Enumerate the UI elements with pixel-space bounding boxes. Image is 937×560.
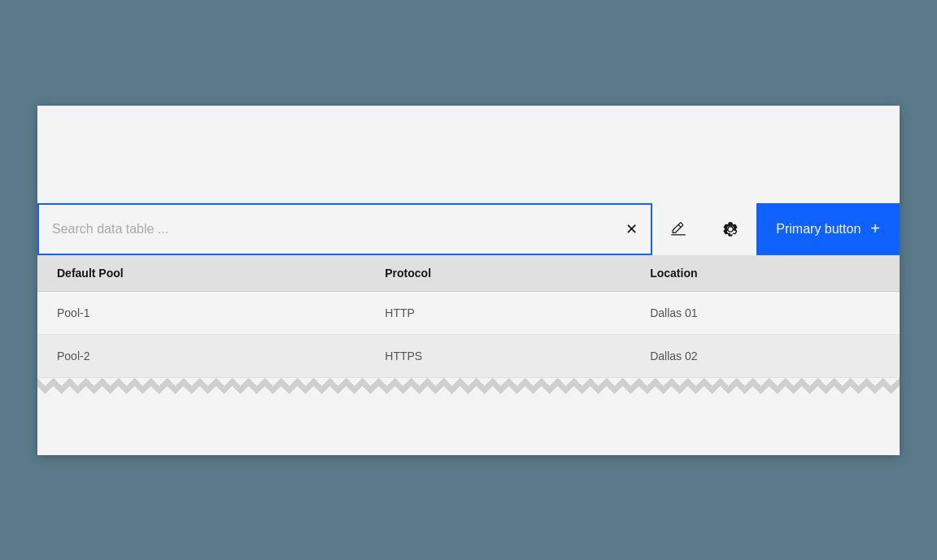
data-table: Default Pool Protocol Location Pool-1 HT… [37,255,900,378]
cell-location-2: Dallas 02 [630,334,900,377]
page-background: ✕ Primary button + Default Pool [0,0,937,560]
main-card: ✕ Primary button + Default Pool [37,106,900,455]
col-header-protocol: Protocol [365,255,630,292]
col-header-default-pool: Default Pool [37,255,365,292]
table-header-row: Default Pool Protocol Location [37,255,900,292]
plus-icon: + [870,219,880,238]
search-clear-button[interactable]: ✕ [622,219,641,240]
col-header-location: Location [630,255,900,292]
settings-button[interactable] [704,203,756,255]
settings-icon [722,221,739,237]
toolbar: ✕ Primary button + [37,203,900,255]
table-row[interactable]: Pool-1 HTTP Dallas 01 [37,291,900,334]
edit-icon [670,221,686,237]
table-row[interactable]: Pool-2 HTTPS Dallas 02 [37,334,900,377]
primary-button-label: Primary button [776,222,861,237]
table-header: Default Pool Protocol Location [37,255,900,292]
cell-protocol-1: HTTP [365,291,630,334]
primary-button[interactable]: Primary button + [756,203,900,255]
search-input[interactable] [39,205,651,254]
search-container: ✕ [37,203,652,255]
cell-default-pool-2: Pool-2 [37,334,365,377]
zigzag-decoration [37,378,900,394]
edit-button[interactable] [652,203,704,255]
cell-default-pool-1: Pool-1 [37,291,365,334]
table-body: Pool-1 HTTP Dallas 01 Pool-2 HTTPS Dalla… [37,291,900,377]
cell-protocol-2: HTTPS [365,334,630,377]
card-top-space [37,106,900,203]
cell-location-1: Dallas 01 [630,291,900,334]
